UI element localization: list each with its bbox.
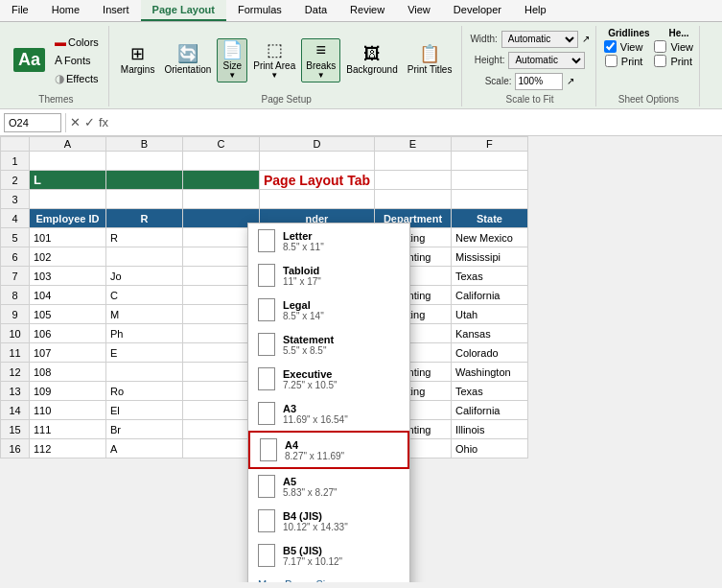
more-paper-sizes[interactable]: More Paper Sizes... [248, 573, 409, 582]
col-f[interactable]: F [451, 137, 527, 152]
cell-f6[interactable]: Mississipi [451, 247, 527, 267]
headings-print-checkbox[interactable] [654, 55, 666, 67]
col-e[interactable]: E [374, 137, 451, 152]
colors-button[interactable]: ▬ Colors [51, 34, 103, 51]
size-a5[interactable]: A5 5.83" x 8.27" [248, 469, 409, 504]
cell-b9[interactable]: M [106, 305, 183, 324]
size-b5-jis[interactable]: B5 (JIS) 7.17" x 10.12" [248, 538, 409, 573]
formula-input[interactable] [112, 117, 718, 129]
cell-b16[interactable]: A [106, 439, 183, 459]
cell-f10[interactable]: Kansas [451, 324, 527, 343]
tab-help[interactable]: Help [513, 0, 558, 21]
col-a[interactable]: A [30, 137, 106, 152]
cell-a12[interactable]: 108 [30, 363, 106, 382]
cell-a4[interactable]: Employee ID [30, 209, 106, 228]
cell-b14[interactable]: El [106, 401, 183, 420]
cell-a5[interactable]: 101 [30, 228, 106, 247]
background-button[interactable]: 🖼 Background [342, 43, 401, 77]
cell-a15[interactable]: 111 [30, 420, 106, 439]
col-d[interactable]: D [260, 137, 375, 152]
cell-f3[interactable] [451, 190, 527, 209]
cell-b1[interactable] [106, 152, 183, 171]
cell-b15[interactable]: Br [106, 420, 183, 439]
cell-a16[interactable]: 112 [30, 439, 106, 459]
cell-a6[interactable]: 102 [30, 247, 106, 267]
cell-f16[interactable]: Ohio [451, 439, 527, 459]
tab-page-layout[interactable]: Page Layout [141, 0, 226, 21]
cell-reference-input[interactable] [4, 113, 61, 132]
cell-a13[interactable]: 109 [30, 382, 106, 401]
cell-e2[interactable] [374, 171, 451, 190]
cell-f12[interactable]: Washington [451, 363, 527, 382]
cell-e1[interactable] [374, 152, 451, 171]
size-letter[interactable]: Letter 8.5" x 11" [248, 223, 409, 258]
col-c[interactable]: C [183, 137, 260, 152]
cell-a2[interactable]: L [30, 171, 106, 190]
themes-button[interactable]: Aa [10, 46, 49, 74]
cell-b5[interactable]: R [106, 228, 183, 247]
print-titles-button[interactable]: 📋 Print Titles [404, 43, 456, 77]
print-area-button[interactable]: ⬚ Print Area ▼ [249, 39, 299, 82]
size-legal[interactable]: Legal 8.5" x 14" [248, 293, 409, 327]
width-select[interactable]: Automatic [501, 31, 578, 48]
breaks-button[interactable]: ≡ Breaks ▼ [301, 38, 340, 82]
cell-e3[interactable] [374, 190, 451, 209]
cell-a10[interactable]: 106 [30, 324, 106, 343]
cell-f9[interactable]: Utah [451, 305, 527, 324]
cell-b12[interactable] [106, 363, 183, 382]
cell-a11[interactable]: 107 [30, 343, 106, 363]
cell-b8[interactable]: C [106, 286, 183, 305]
tab-view[interactable]: View [396, 0, 442, 21]
cell-f8[interactable]: California [451, 286, 527, 305]
cell-d2[interactable]: Page Layout Tab [260, 171, 375, 190]
tab-developer[interactable]: Developer [442, 0, 513, 21]
confirm-icon[interactable]: ✓ [84, 115, 95, 129]
cell-d1[interactable] [260, 152, 375, 171]
size-a4[interactable]: A4 8.27" x 11.69" [248, 431, 409, 469]
cell-a1[interactable] [30, 152, 106, 171]
cell-f11[interactable]: Colorado [451, 343, 527, 363]
margins-button[interactable]: ⊞ Margins [117, 43, 159, 77]
cell-a8[interactable]: 104 [30, 286, 106, 305]
height-select[interactable]: Automatic [508, 52, 585, 69]
cell-b7[interactable]: Jo [106, 267, 183, 286]
size-b4-jis[interactable]: B4 (JIS) 10.12" x 14.33" [248, 504, 409, 538]
tab-formulas[interactable]: Formulas [226, 0, 293, 21]
cancel-icon[interactable]: ✕ [70, 115, 81, 129]
orientation-button[interactable]: 🔄 Orientation [160, 43, 215, 77]
scale-input[interactable] [515, 73, 563, 90]
headings-view-checkbox[interactable] [654, 40, 666, 53]
fonts-button[interactable]: A Fonts [51, 52, 103, 69]
cell-f2[interactable] [451, 171, 527, 190]
cell-b6[interactable] [106, 247, 183, 267]
insert-function-icon[interactable]: fx [99, 115, 108, 129]
size-tabloid[interactable]: Tabloid 11" x 17" [248, 258, 409, 293]
cell-a14[interactable]: 110 [30, 401, 106, 420]
cell-f13[interactable]: Texas [451, 382, 527, 401]
size-statement[interactable]: Statement 5.5" x 8.5" [248, 327, 409, 362]
cell-f14[interactable]: California [451, 401, 527, 420]
cell-f7[interactable]: Texas [451, 267, 527, 286]
tab-file[interactable]: File [0, 0, 40, 21]
tab-home[interactable]: Home [40, 0, 91, 21]
cell-c2[interactable] [183, 171, 260, 190]
gridlines-print-checkbox[interactable] [605, 55, 617, 67]
tab-insert[interactable]: Insert [91, 0, 141, 21]
cell-f5[interactable]: New Mexico [451, 228, 527, 247]
cell-d3[interactable] [260, 190, 375, 209]
tab-data[interactable]: Data [293, 0, 338, 21]
cell-f15[interactable]: Illinois [451, 420, 527, 439]
cell-a7[interactable]: 103 [30, 267, 106, 286]
size-a3[interactable]: A3 11.69" x 16.54" [248, 396, 409, 431]
cell-f4[interactable]: State [451, 209, 527, 228]
cell-b13[interactable]: Ro [106, 382, 183, 401]
cell-c3[interactable] [183, 190, 260, 209]
col-b[interactable]: B [106, 137, 183, 152]
cell-b3[interactable] [106, 190, 183, 209]
cell-a3[interactable] [30, 190, 106, 209]
cell-b10[interactable]: Ph [106, 324, 183, 343]
size-button[interactable]: 📄 Size ▼ [217, 38, 247, 82]
cell-b2[interactable] [106, 171, 183, 190]
tab-review[interactable]: Review [338, 0, 396, 21]
size-executive[interactable]: Executive 7.25" x 10.5" [248, 362, 409, 396]
